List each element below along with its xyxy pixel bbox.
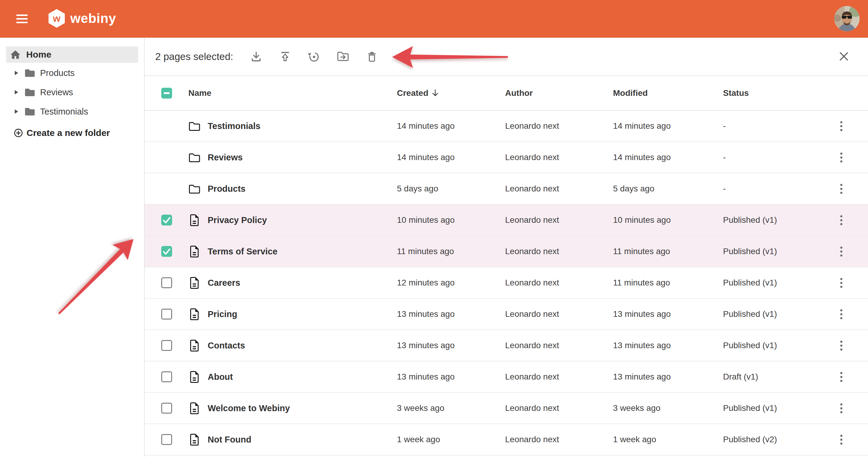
folder-icon	[188, 153, 200, 162]
move-to-folder-button[interactable]	[337, 50, 349, 63]
row-status: -	[723, 121, 814, 131]
column-header-status[interactable]: Status	[723, 88, 814, 98]
table-body: Testimonials 14 minutes ago Leonardo nex…	[145, 111, 868, 456]
row-checkbox[interactable]	[161, 277, 172, 288]
create-folder-button[interactable]: Create a new folder	[0, 124, 144, 142]
row-created: 14 minutes ago	[397, 121, 505, 131]
caret-right-icon[interactable]	[14, 109, 19, 114]
table-row[interactable]: Welcome to Webiny 3 weeks ago Leonardo n…	[145, 393, 868, 424]
row-name[interactable]: Not Found	[208, 435, 251, 445]
top-app-bar: w webiny	[0, 0, 868, 38]
download-button[interactable]	[250, 50, 262, 63]
row-name[interactable]: Welcome to Webiny	[208, 403, 290, 413]
table-row[interactable]: Terms of Service 11 minutes ago Leonardo…	[145, 236, 868, 267]
table-row[interactable]: Careers 12 minutes ago Leonardo next 11 …	[145, 267, 868, 299]
row-menu-button[interactable]	[838, 370, 845, 384]
sort-desc-arrow-icon	[431, 89, 439, 97]
restore-button[interactable]	[308, 50, 320, 63]
row-name[interactable]: Privacy Policy	[208, 215, 267, 225]
row-modified: 13 minutes ago	[613, 309, 723, 319]
row-author: Leonardo next	[505, 372, 613, 382]
row-menu-button[interactable]	[838, 401, 845, 416]
row-name[interactable]: Reviews	[208, 153, 243, 162]
row-menu-button[interactable]	[838, 213, 845, 227]
column-header-author[interactable]: Author	[505, 88, 613, 98]
row-modified: 3 weeks ago	[613, 403, 723, 413]
row-author: Leonardo next	[505, 309, 613, 319]
row-checkbox[interactable]	[161, 434, 172, 445]
webiny-logo[interactable]: w webiny	[48, 9, 116, 28]
row-author: Leonardo next	[505, 341, 613, 350]
row-checkbox[interactable]	[161, 371, 172, 382]
row-name[interactable]: Careers	[208, 278, 240, 288]
table-row[interactable]: Privacy Policy 10 minutes ago Leonardo n…	[145, 205, 868, 236]
column-header-created[interactable]: Created	[397, 88, 505, 98]
sidebar-item-home[interactable]: Home	[6, 47, 138, 63]
caret-right-icon[interactable]	[14, 70, 19, 75]
page-icon	[189, 214, 199, 226]
table-row[interactable]: Pricing 13 minutes ago Leonardo next 13 …	[145, 299, 868, 330]
select-all-checkbox[interactable]	[161, 88, 172, 98]
close-icon	[839, 51, 849, 61]
row-checkbox[interactable]	[161, 403, 172, 414]
row-menu-button[interactable]	[838, 307, 845, 322]
row-checkbox[interactable]	[161, 309, 172, 319]
table-row[interactable]: Products 5 days ago Leonardo next 5 days…	[145, 173, 868, 205]
row-checkbox-checked[interactable]	[161, 246, 172, 257]
row-created: 13 minutes ago	[397, 309, 505, 319]
publish-button[interactable]	[279, 50, 291, 63]
bulk-action-buttons	[250, 38, 378, 75]
folder-icon	[24, 107, 35, 116]
bulk-actions-toolbar: 2 pages selected:	[145, 38, 868, 76]
table-row[interactable]: Testimonials 14 minutes ago Leonardo nex…	[145, 111, 868, 142]
row-checkbox[interactable]	[161, 340, 172, 351]
row-author: Leonardo next	[505, 121, 613, 131]
row-created: 12 minutes ago	[397, 278, 505, 287]
webiny-hexagon-icon: w	[48, 9, 65, 28]
delete-button[interactable]	[366, 50, 378, 63]
row-name[interactable]: Pricing	[208, 309, 237, 319]
table-row[interactable]: Reviews 14 minutes ago Leonardo next 14 …	[145, 142, 868, 173]
page-icon	[189, 276, 199, 289]
folder-tree: Products Reviews Testimonials	[0, 63, 144, 121]
row-author: Leonardo next	[505, 215, 613, 225]
sidebar-folder-item[interactable]: Reviews	[0, 83, 144, 102]
close-selection-button[interactable]	[839, 51, 849, 61]
row-modified: 11 minutes ago	[613, 278, 723, 287]
sidebar-folder-item[interactable]: Products	[0, 63, 144, 83]
row-name[interactable]: Products	[208, 184, 246, 194]
row-checkbox-checked[interactable]	[161, 215, 172, 225]
table-header: Name Created Author Modified Status	[145, 76, 868, 111]
row-author: Leonardo next	[505, 278, 613, 287]
column-header-modified[interactable]: Modified	[613, 88, 723, 98]
row-name[interactable]: Testimonials	[208, 121, 260, 131]
page-icon	[189, 402, 199, 415]
sidebar-folder-item[interactable]: Testimonials	[0, 102, 144, 121]
brand-wordmark: webiny	[70, 12, 116, 25]
row-menu-button[interactable]	[838, 181, 845, 196]
caret-right-icon[interactable]	[14, 90, 19, 95]
table-row[interactable]: About 13 minutes ago Leonardo next 13 mi…	[145, 361, 868, 393]
row-menu-button[interactable]	[838, 244, 845, 259]
row-modified: 1 week ago	[613, 435, 723, 444]
row-author: Leonardo next	[505, 435, 613, 444]
table-row[interactable]: Not Found 1 week ago Leonardo next 1 wee…	[145, 424, 868, 456]
row-name[interactable]: About	[208, 372, 233, 382]
row-menu-button[interactable]	[838, 432, 845, 447]
row-status: -	[723, 153, 814, 162]
row-menu-button[interactable]	[838, 338, 845, 353]
row-status: Published (v1)	[723, 403, 814, 413]
row-menu-button[interactable]	[838, 150, 845, 165]
sidebar-folder-label: Testimonials	[40, 107, 88, 117]
user-avatar[interactable]	[834, 6, 860, 31]
row-menu-button[interactable]	[838, 119, 845, 133]
hamburger-menu-icon[interactable]	[16, 14, 28, 23]
row-name[interactable]: Terms of Service	[208, 247, 278, 256]
avatar-photo	[834, 6, 860, 31]
download-icon	[250, 50, 262, 63]
column-header-name[interactable]: Name	[188, 88, 211, 98]
sidebar-folder-label: Products	[40, 68, 74, 78]
table-row[interactable]: Contacts 13 minutes ago Leonardo next 13…	[145, 330, 868, 361]
row-menu-button[interactable]	[838, 276, 845, 290]
row-name[interactable]: Contacts	[208, 341, 245, 351]
